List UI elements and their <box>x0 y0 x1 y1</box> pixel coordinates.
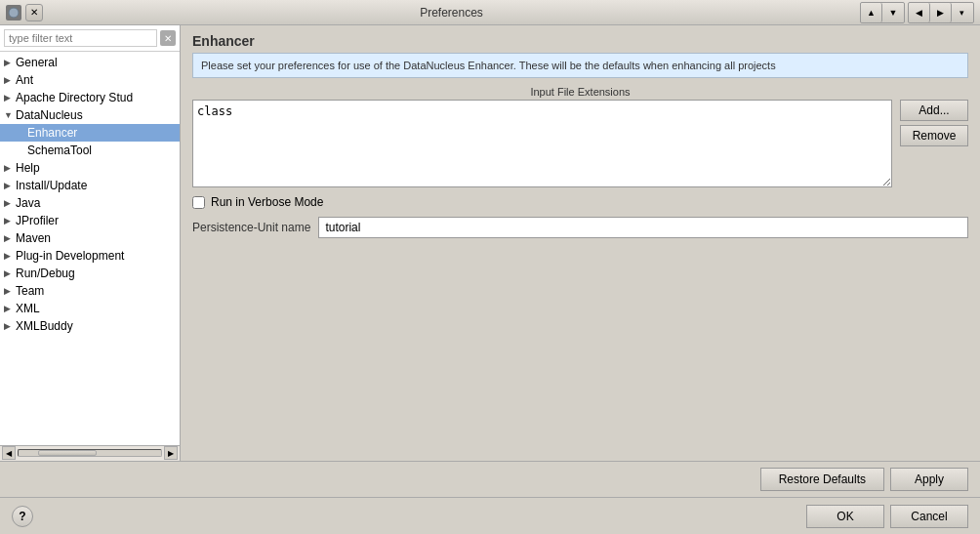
filter-input[interactable] <box>4 29 157 47</box>
content-area: Enhancer Please set your preferences for… <box>181 25 980 461</box>
content-body: Input File Extensions class Add... Remov… <box>181 86 980 461</box>
sidebar-item-label: XMLBuddy <box>16 319 73 333</box>
sidebar-item-java[interactable]: ▶ Java <box>0 194 180 212</box>
sidebar-item-install-update[interactable]: ▶ Install/Update <box>0 177 180 194</box>
arrow-icon: ▶ <box>4 304 16 313</box>
apply-button[interactable]: Apply <box>890 468 968 491</box>
title-bar-left: ✕ <box>6 4 43 21</box>
verbose-checkbox[interactable] <box>192 196 205 209</box>
sidebar-item-help[interactable]: ▶ Help <box>0 159 180 177</box>
sidebar-item-schematool[interactable]: SchemaTool <box>0 142 180 159</box>
sidebar-item-plugin-dev[interactable]: ▶ Plug-in Development <box>0 247 180 265</box>
page-title: Enhancer <box>192 33 255 49</box>
arrow-icon: ▶ <box>4 286 16 296</box>
nav-prev-next-group: ◀ ▶ ▾ <box>908 2 974 23</box>
ok-cancel-group: OK Cancel <box>806 505 968 528</box>
content-header: Enhancer <box>181 25 980 53</box>
sidebar-scrollbar: ◀ ▶ <box>0 445 180 461</box>
info-bar: Please set your preferences for use of t… <box>192 53 968 78</box>
app-icon <box>6 5 21 21</box>
sidebar-item-apache[interactable]: ▶ Apache Directory Stud <box>0 89 180 106</box>
file-ext-buttons: Add... Remove <box>900 100 968 187</box>
nav-dropdown-button[interactable]: ▾ <box>952 3 973 22</box>
nav-prev-button[interactable]: ◀ <box>909 3 930 22</box>
verbose-checkbox-row: Run in Verbose Mode <box>192 195 968 209</box>
sidebar-item-label: Apache Directory Stud <box>16 91 133 104</box>
arrow-icon: ▶ <box>4 93 16 103</box>
nav-next-button[interactable]: ▶ <box>930 3 952 22</box>
ok-button[interactable]: OK <box>806 505 884 528</box>
sidebar-item-label: SchemaTool <box>27 144 92 157</box>
sidebar-item-label: DataNucleus <box>16 108 83 122</box>
arrow-icon: ▶ <box>4 181 16 190</box>
bottom-bar-1: Restore Defaults Apply <box>0 461 980 498</box>
add-button[interactable]: Add... <box>900 100 968 121</box>
sidebar: ✕ ▶ General ▶ Ant ▶ Apache Directory Stu… <box>0 25 181 461</box>
sidebar-item-label: JProfiler <box>16 214 59 227</box>
title-bar-right: ▲ ▼ ◀ ▶ ▾ <box>860 2 974 23</box>
svg-point-0 <box>9 8 19 18</box>
file-extensions-list[interactable]: class <box>192 100 892 187</box>
tree-area: ▶ General ▶ Ant ▶ Apache Directory Stud … <box>0 52 180 445</box>
cancel-button[interactable]: Cancel <box>890 505 968 528</box>
bottom-bar-2: ? OK Cancel <box>0 497 980 534</box>
arrow-icon: ▶ <box>4 198 16 208</box>
sidebar-item-label: General <box>16 56 58 69</box>
arrow-icon: ▶ <box>4 321 16 331</box>
scroll-track[interactable] <box>18 449 162 457</box>
sidebar-item-jprofiler[interactable]: ▶ JProfiler <box>0 212 180 229</box>
remove-button[interactable]: Remove <box>900 125 968 146</box>
sidebar-item-label: Maven <box>16 231 51 245</box>
arrow-icon: ▶ <box>4 268 16 278</box>
scroll-left-arrow[interactable]: ◀ <box>2 446 16 460</box>
nav-down-button[interactable]: ▼ <box>882 3 904 22</box>
input-file-extensions-section: Input File Extensions class Add... Remov… <box>192 86 968 187</box>
arrow-icon: ▼ <box>4 110 16 120</box>
sidebar-item-maven[interactable]: ▶ Maven <box>0 229 180 247</box>
sidebar-item-general[interactable]: ▶ General <box>0 54 180 71</box>
sidebar-item-team[interactable]: ▶ Team <box>0 282 180 300</box>
persistence-unit-label: Persistence-Unit name <box>192 221 310 234</box>
scroll-thumb <box>38 450 97 456</box>
window-title: Preferences <box>420 6 483 20</box>
sidebar-item-label: Ant <box>16 73 33 87</box>
help-button[interactable]: ? <box>12 506 33 527</box>
sidebar-item-label: Run/Debug <box>16 267 75 280</box>
arrow-icon: ▶ <box>4 163 16 173</box>
sidebar-item-label: Team <box>16 284 44 298</box>
sidebar-item-label: Java <box>16 196 40 210</box>
sidebar-item-xmlbuddy[interactable]: ▶ XMLBuddy <box>0 317 180 335</box>
sidebar-item-label: Enhancer <box>27 126 77 140</box>
sidebar-item-label: Plug-in Development <box>16 249 124 263</box>
sidebar-item-ant[interactable]: ▶ Ant <box>0 71 180 89</box>
sidebar-item-label: Install/Update <box>16 179 87 192</box>
file-ext-box: class Add... Remove <box>192 100 968 187</box>
sidebar-item-enhancer[interactable]: Enhancer <box>0 124 180 142</box>
clear-filter-button[interactable]: ✕ <box>160 30 176 46</box>
sidebar-item-label: XML <box>16 302 40 315</box>
input-file-extensions-label: Input File Extensions <box>192 86 968 98</box>
search-box: ✕ <box>0 25 180 52</box>
nav-up-button[interactable]: ▲ <box>861 3 882 22</box>
title-bar: ✕ Preferences ▲ ▼ ◀ ▶ ▾ <box>0 0 980 25</box>
scroll-right-arrow[interactable]: ▶ <box>164 446 178 460</box>
persistence-unit-row: Persistence-Unit name <box>192 217 968 238</box>
nav-button-group: ▲ ▼ <box>860 2 905 23</box>
arrow-icon: ▶ <box>4 75 16 85</box>
arrow-icon: ▶ <box>4 251 16 261</box>
window-close-button[interactable]: ✕ <box>25 4 43 21</box>
arrow-icon: ▶ <box>4 216 16 226</box>
arrow-icon: ▶ <box>4 58 16 67</box>
verbose-label: Run in Verbose Mode <box>211 195 323 209</box>
sidebar-item-datanucleus[interactable]: ▼ DataNucleus <box>0 106 180 124</box>
sidebar-item-run-debug[interactable]: ▶ Run/Debug <box>0 265 180 282</box>
arrow-icon: ▶ <box>4 233 16 243</box>
sidebar-item-label: Help <box>16 161 40 175</box>
restore-defaults-button[interactable]: Restore Defaults <box>760 468 884 491</box>
persistence-unit-input[interactable] <box>318 217 968 238</box>
sidebar-item-xml[interactable]: ▶ XML <box>0 300 180 317</box>
